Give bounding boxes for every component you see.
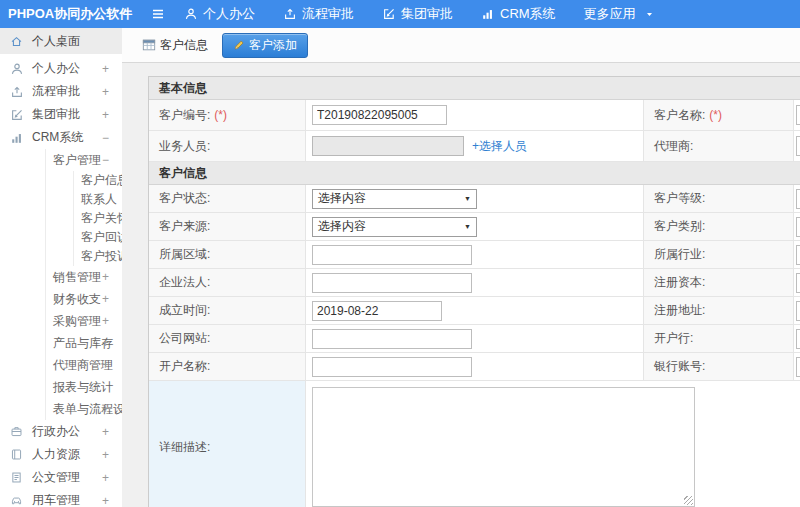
sidebar-item-label: 行政办公 [32, 423, 80, 440]
sidebar-item[interactable]: 流程审批+ [0, 80, 122, 103]
briefcase-icon [10, 425, 25, 438]
tab-customer-add[interactable]: 客户添加 [222, 33, 308, 58]
form-row: 业务人员:+选择人员代理商: [149, 131, 800, 162]
add-pencil-icon [233, 39, 245, 51]
text-input[interactable] [796, 273, 800, 293]
topbar-item[interactable]: 更多应用 [584, 5, 654, 23]
sidebar-item[interactable]: 联系人 [74, 190, 122, 209]
field-cell [306, 269, 644, 296]
expand-toggle[interactable]: + [102, 62, 109, 76]
sidebar-item[interactable]: 产品与库存+ [46, 332, 122, 354]
caret-down-icon [645, 10, 654, 19]
topbar-item[interactable]: 流程审批 [283, 5, 354, 23]
tab-customer-info[interactable]: 客户信息 [136, 34, 214, 57]
select-dropdown[interactable]: 选择内容▼ [312, 217, 477, 237]
topbar-item-label: 个人办公 [203, 5, 255, 23]
home-icon [10, 35, 25, 48]
label-text: 开户行: [654, 330, 693, 347]
field-cell [306, 353, 644, 380]
text-input[interactable] [796, 357, 800, 377]
sidebar-item[interactable]: 客户关怀 [74, 209, 122, 228]
sidebar-item[interactable]: 财务收支+ [46, 288, 122, 310]
expand-toggle[interactable]: + [102, 471, 109, 485]
text-input[interactable] [796, 245, 800, 265]
field-label: 客户编号:(*) [149, 100, 306, 130]
field-label: 成立时间: [149, 297, 306, 324]
text-input[interactable] [796, 217, 800, 237]
topbar-item-label: 集团审批 [401, 5, 453, 23]
sidebar-item[interactable]: 人力资源+ [0, 443, 122, 466]
topbar-item[interactable]: 个人办公 [184, 5, 255, 23]
text-input[interactable] [312, 273, 472, 293]
field-label: 公司网站: [149, 325, 306, 352]
text-input[interactable] [312, 329, 472, 349]
expand-toggle[interactable]: + [102, 108, 109, 122]
expand-toggle[interactable]: + [102, 314, 109, 328]
expand-toggle[interactable]: + [102, 425, 109, 439]
sidebar-item[interactable]: 销售管理+ [46, 266, 122, 288]
chart-icon [481, 7, 495, 21]
field-cell [794, 185, 800, 212]
document-icon [10, 471, 25, 484]
field-cell [794, 213, 800, 240]
flow-icon [10, 85, 25, 99]
text-input[interactable] [796, 301, 800, 321]
select-dropdown[interactable]: 选择内容▼ [312, 189, 477, 209]
expand-toggle[interactable]: + [102, 85, 109, 99]
section-header: 客户信息 [149, 162, 800, 185]
text-input[interactable] [312, 357, 472, 377]
select-staff-link[interactable]: +选择人员 [472, 138, 527, 155]
sidebar-item[interactable]: 代理商管理+ [46, 354, 122, 376]
label-text: 所属行业: [654, 246, 705, 263]
form-row: 详细描述: [149, 381, 800, 507]
sidebar-item[interactable]: 个人桌面 [0, 28, 122, 54]
expand-toggle[interactable]: − [102, 153, 109, 167]
text-input[interactable] [796, 329, 800, 349]
sidebar-item[interactable]: 个人办公+ [0, 57, 122, 80]
sidebar-item-label: 联系人 [81, 191, 117, 208]
textarea-wrap [312, 387, 695, 507]
expand-toggle[interactable]: + [102, 336, 109, 350]
field-cell [794, 269, 800, 296]
field-label: 所属区域: [149, 241, 306, 268]
sidebar-item[interactable]: 公文管理+ [0, 466, 122, 489]
topbar-item-label: 流程审批 [302, 5, 354, 23]
form-row: 公司网站:开户行: [149, 325, 800, 353]
menu-icon[interactable] [150, 6, 166, 22]
text-input[interactable] [796, 189, 800, 209]
sidebar-item[interactable]: 客户回访 [74, 228, 122, 247]
expand-toggle[interactable]: + [102, 270, 109, 284]
expand-toggle[interactable]: + [102, 402, 109, 416]
dropdown-arrow-icon: ▼ [464, 195, 471, 202]
sidebar-item[interactable]: 用车管理+ [0, 489, 122, 507]
text-input[interactable] [796, 136, 800, 156]
sidebar-item[interactable]: 客户信息 [74, 171, 122, 190]
text-input[interactable] [312, 245, 472, 265]
topbar-item[interactable]: 集团审批 [382, 5, 453, 23]
sidebar-item-label: 客户关怀 [81, 210, 123, 227]
sidebar-item[interactable]: 客户投诉 [74, 247, 122, 266]
sidebar-item[interactable]: 报表与统计 [46, 376, 122, 398]
expand-toggle[interactable]: + [102, 292, 109, 306]
topbar-item[interactable]: CRM系统 [481, 5, 556, 23]
expand-toggle[interactable]: + [102, 358, 109, 372]
sidebar-item-label: 销售管理 [53, 269, 101, 286]
sidebar-item[interactable]: CRM系统− [0, 126, 122, 149]
sidebar-item[interactable]: 行政办公+ [0, 420, 122, 443]
expand-toggle[interactable]: + [102, 448, 109, 462]
field-label: 开户行: [644, 325, 794, 352]
field-cell [794, 325, 800, 352]
sidebar-item[interactable]: 集团审批+ [0, 103, 122, 126]
date-input[interactable] [312, 301, 442, 321]
sidebar-item-label: 流程审批 [32, 83, 80, 100]
sidebar-item[interactable]: 采购管理+ [46, 310, 122, 332]
sidebar-item[interactable]: 表单与流程设置+ [46, 398, 122, 420]
expand-toggle[interactable]: + [102, 494, 109, 507]
field-label: 企业法人: [149, 269, 306, 296]
description-textarea[interactable] [312, 387, 695, 507]
sidebar-item[interactable]: 客户管理− [46, 149, 122, 171]
customer-code-input[interactable] [312, 105, 447, 125]
expand-toggle[interactable]: − [102, 131, 109, 145]
field-label: 详细描述: [149, 381, 306, 507]
text-input[interactable] [796, 105, 800, 125]
